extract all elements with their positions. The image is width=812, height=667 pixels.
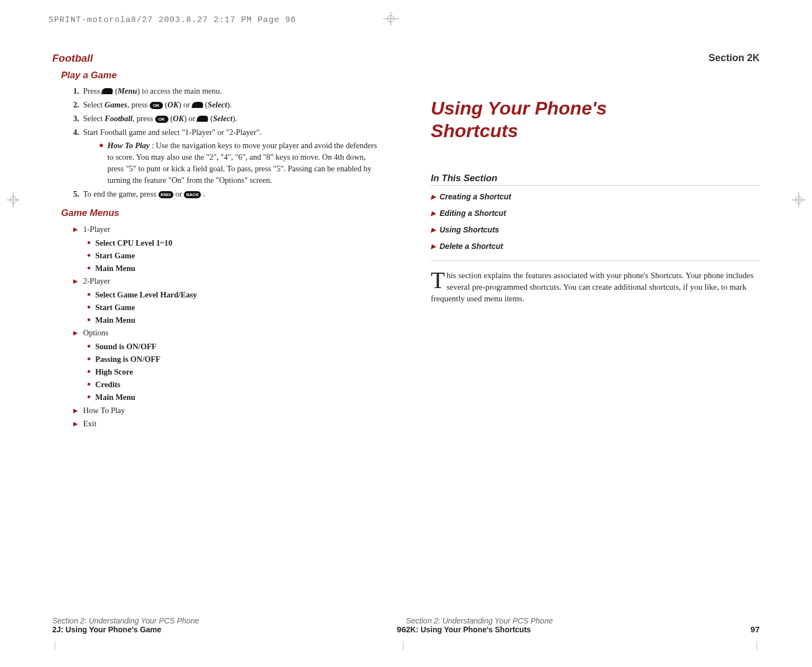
play-a-game-heading: Play a Game <box>61 70 382 81</box>
menu-label: 1-Player <box>83 225 110 234</box>
footer-subsection: 2J: Using Your Phone's Game <box>52 625 199 634</box>
step-1: 1. Press (Menu) to access the main menu. <box>73 85 382 97</box>
how-to-play-label: How To Play <box>107 141 150 150</box>
step-text: Select <box>83 100 105 109</box>
game-menus-heading: Game Menus <box>61 208 382 219</box>
step-text: , press <box>133 114 155 123</box>
intro-paragraph: This section explains the features assoc… <box>431 270 760 305</box>
dropcap: T <box>431 270 447 291</box>
footer-subsection: 2K: Using Your Phone's Shortcuts <box>406 625 553 634</box>
menu-label: How To Play <box>83 406 125 415</box>
step-3: 3. Select Football, press OK (OK) or (Se… <box>73 113 382 124</box>
menu-label: Options <box>83 328 108 337</box>
step-text: . <box>201 189 205 198</box>
crop-mark-icon: │ <box>754 642 760 650</box>
arrow-icon: ▶ <box>73 328 78 338</box>
registration-mark-right <box>792 190 805 212</box>
arrow-icon: ▶ <box>73 419 78 429</box>
intro-text: his section explains the features associ… <box>431 271 754 303</box>
step-text: ). <box>227 100 232 109</box>
step-text: ( <box>113 86 117 95</box>
left-title: Football <box>52 52 382 64</box>
menu-item: Main Menu <box>88 262 382 275</box>
section-label: Section 2K <box>431 52 760 64</box>
step-text: ) or <box>184 114 197 123</box>
step-text: Select <box>83 114 105 123</box>
step-text: ( <box>203 100 208 109</box>
step-text: ) or <box>178 100 192 109</box>
title-line-2: Shortcuts <box>431 120 760 142</box>
step-text: Press <box>83 86 102 95</box>
right-footer: Section 2: Understanding Your PCS Phone … <box>406 616 760 634</box>
footer-section: Section 2: Understanding Your PCS Phone <box>406 616 553 625</box>
footer-section: Section 2: Understanding Your PCS Phone <box>52 616 199 625</box>
toc-label: Editing a Shortcut <box>440 209 506 218</box>
menu-item: Passing is ON/OFF <box>88 353 382 366</box>
menu-item: Main Menu <box>88 391 382 404</box>
menu-1player: ▶1-Player <box>73 223 382 235</box>
menu-options: ▶Options <box>73 327 382 339</box>
game-menus: ▶1-Player Select CPU Level 1~10 Start Ga… <box>73 223 382 430</box>
softkey-icon <box>101 88 113 94</box>
step-2: 2. Select Games, press OK (OK) or (Selec… <box>73 99 382 111</box>
toc-item: ▶Using Shortcuts <box>431 225 760 234</box>
menu-label: Exit <box>83 419 96 428</box>
page-number: 97 <box>750 625 760 634</box>
menu-exit: ▶Exit <box>73 417 382 430</box>
ok-label: OK <box>173 114 184 123</box>
toc-label: Creating a Shortcut <box>440 192 511 201</box>
toc-label: Using Shortcuts <box>440 225 499 234</box>
menu-item: Start Game <box>88 301 382 314</box>
end-key-icon: END/ <box>159 191 173 198</box>
registration-mark-top <box>381 12 401 28</box>
step-num: 4. <box>73 127 79 138</box>
football-label: Football <box>105 114 133 123</box>
menu-label: Menu <box>118 86 137 95</box>
arrow-icon: ▶ <box>431 243 435 250</box>
menu-item: Select Game Level Hard/Easy <box>88 289 382 301</box>
page-number: 96 <box>397 625 406 634</box>
step-text: ( <box>168 114 173 123</box>
ok-key-icon: OK <box>150 102 163 109</box>
arrow-icon: ▶ <box>73 406 78 415</box>
title-line-1: Using Your Phone's <box>431 97 760 120</box>
menu-item: Credits <box>88 378 382 391</box>
page-spread: Football Play a Game 1. Press (Menu) to … <box>52 52 760 634</box>
softkey-icon <box>192 102 204 108</box>
back-key-icon: BACK <box>184 191 201 198</box>
step-4: 4. Start Football game and select "1-Pla… <box>73 127 382 186</box>
crop-mark-icon: │ <box>52 642 58 650</box>
games-label: Games <box>105 100 127 109</box>
crop-mark-icon: │ <box>401 642 406 650</box>
menu-item: Sound is ON/OFF <box>88 340 382 353</box>
play-steps: 1. Press (Menu) to access the main menu.… <box>73 85 382 200</box>
step-num: 2. <box>73 99 79 111</box>
select-label: Select <box>213 114 232 123</box>
ok-label: OK <box>167 100 178 109</box>
select-label: Select <box>208 100 227 109</box>
menu-item: Select CPU Level 1~10 <box>88 237 382 250</box>
footer-block: Section 2: Understanding Your PCS Phone … <box>406 616 553 634</box>
step-num: 1. <box>73 85 79 97</box>
in-this-section-heading: In This Section <box>431 173 760 186</box>
arrow-icon: ▶ <box>73 276 78 286</box>
left-footer: Section 2: Understanding Your PCS Phone … <box>52 616 406 634</box>
step-num: 3. <box>73 113 79 124</box>
step-text: ( <box>208 114 212 123</box>
step-text: ). <box>232 114 237 123</box>
toc-item: ▶Editing a Shortcut <box>431 209 760 218</box>
page-left: Football Play a Game 1. Press (Menu) to … <box>52 52 406 634</box>
registration-mark-left <box>7 190 20 212</box>
step-5: 5. To end the game, press END/ or BACK . <box>73 188 382 200</box>
toc-item: ▶Creating a Shortcut <box>431 192 760 201</box>
menu-item: High Score <box>88 366 382 378</box>
softkey-icon <box>197 116 209 122</box>
step-text: Start Football game and select "1-Player… <box>83 128 261 137</box>
ok-key-icon: OK <box>155 116 168 123</box>
toc-item: ▶Delete a Shortcut <box>431 242 760 251</box>
menu-howtoplay: ▶How To Play <box>73 404 382 416</box>
step-text: ) to access the main menu. <box>137 86 222 95</box>
page-right: Section 2K Using Your Phone's Shortcuts … <box>406 52 760 634</box>
menu-2player: ▶2-Player <box>73 275 382 287</box>
arrow-icon: ▶ <box>431 226 435 234</box>
